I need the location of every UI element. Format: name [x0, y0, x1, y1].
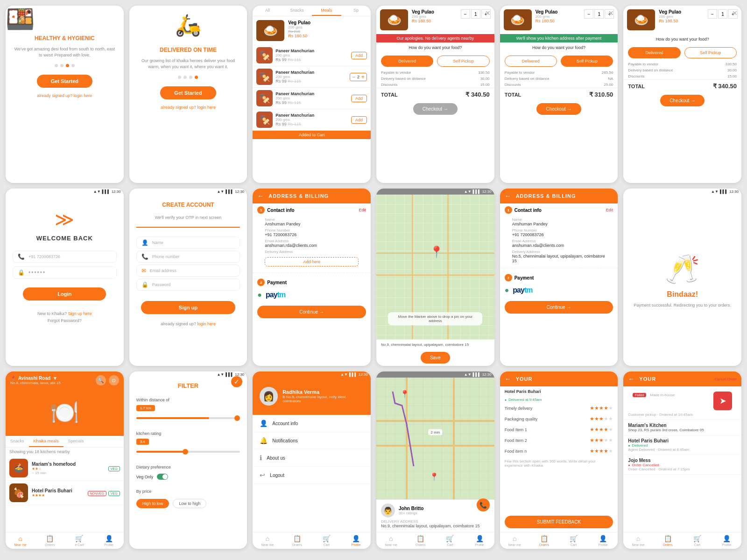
nav-orders[interactable]: 📋 Orders [282, 535, 312, 546]
get-started-button[interactable]: Get Started [160, 86, 216, 99]
low-to-high-btn[interactable]: Low to high [173, 499, 206, 508]
phone-input[interactable]: 📞 +91 7200083726 [13, 251, 117, 263]
map-view[interactable]: 📍 Move the Marker above to drop a pin on… [376, 195, 494, 339]
close-icon[interactable]: ✕ [608, 9, 614, 17]
nav-profile[interactable]: 👤 Profile [341, 535, 371, 546]
nav-profile[interactable]: 👤 Profile [588, 535, 618, 546]
phone-input[interactable]: 📞 Phone number [136, 251, 240, 263]
tab-specials[interactable]: Sp [341, 6, 371, 16]
navigate-button[interactable]: ➤ [713, 392, 732, 410]
nav-orders[interactable]: 📋 Orders [406, 535, 435, 546]
back-arrow-icon[interactable]: ← [505, 192, 511, 200]
nav-cart[interactable]: 🛒 Cart [435, 535, 465, 546]
self-pickup-btn[interactable]: Self Pickup [684, 47, 737, 58]
forgot-password-link[interactable]: Forgot Password? [48, 318, 82, 323]
login-link[interactable]: login here [197, 322, 216, 326]
nav-profile[interactable]: 👤 Profile [94, 535, 124, 546]
save-button[interactable]: Save [421, 352, 450, 364]
rating-slider[interactable] [136, 451, 240, 453]
password-input[interactable]: 🔒 Password [136, 279, 240, 291]
driver-details: John Britto 30+ ratings [399, 506, 423, 515]
qty-minus-btn[interactable]: − [461, 9, 470, 19]
email-input[interactable]: ✉ Email address [136, 265, 240, 277]
distance-slider-thumb[interactable] [234, 415, 240, 421]
payment-green-dot: ● [257, 291, 262, 299]
self-pickup-btn[interactable]: Self Pickup [561, 56, 613, 67]
qty-control-2[interactable]: − 2 + [350, 73, 367, 81]
call-icon[interactable]: 📞 [477, 498, 490, 511]
nav-profile[interactable]: 👤 Profile [465, 535, 494, 546]
search-button[interactable]: 🔍 [96, 375, 106, 385]
kitchen-card-2: 🍖 Hotel Paris Buhari ★★★★ NONVEG VEG [6, 481, 124, 505]
add-button-4[interactable]: Add [351, 116, 367, 124]
tab-snacks[interactable]: Snacks [282, 6, 312, 16]
close-icon[interactable]: ✕ [485, 9, 491, 17]
nav-profile[interactable]: 👤 Profile [712, 535, 741, 546]
tab-khaika-meals[interactable]: Khaika meals [29, 436, 63, 447]
filter-button[interactable]: ⊙ [109, 375, 119, 385]
get-started-button[interactable]: Get Started [37, 75, 92, 88]
qty-minus-btn[interactable]: − [708, 9, 717, 19]
nav-cart[interactable]: 🛒 Cart [559, 535, 588, 546]
orders-icon: 📋 [664, 535, 672, 542]
veg-only-toggle[interactable] [157, 474, 168, 480]
add-button-1[interactable]: Add [351, 52, 367, 59]
cancel-order-button[interactable]: Cancel Order [714, 377, 737, 381]
delivered-btn[interactable]: Delivered [381, 56, 433, 67]
qty-plus[interactable]: + [361, 74, 365, 80]
login-link-text[interactable]: login here [197, 105, 216, 110]
checkout-button[interactable]: Checkout → [536, 103, 581, 115]
menu-account-info[interactable]: 👤 Account info [253, 415, 371, 432]
login-link-text[interactable]: login here [74, 93, 92, 98]
submit-feedback-button[interactable]: SUBMIT FEEDBACK [505, 516, 613, 528]
add-button-3[interactable]: Add [351, 95, 367, 102]
edit-button[interactable]: Edit [359, 208, 366, 212]
close-icon[interactable]: ✕ [732, 9, 738, 17]
tab-specials[interactable]: Specials [63, 436, 89, 447]
back-arrow-icon[interactable]: ← [628, 375, 634, 383]
nav-cart[interactable]: 🛒 e Cart [64, 535, 94, 546]
delivered-btn[interactable]: Delivered [628, 47, 680, 58]
nav-cart[interactable]: 🛒 Cart [312, 535, 341, 546]
continue-button[interactable]: Continue → [505, 301, 613, 314]
signup-button[interactable]: Sign up [141, 301, 235, 314]
nav-near-me[interactable]: ⌂ Near me [500, 535, 529, 546]
continue-button[interactable]: Continue → [257, 306, 366, 318]
tab-all[interactable]: All [253, 6, 282, 16]
tab-meals[interactable]: Meals [312, 6, 341, 16]
nav-orders[interactable]: 📋 Orders [35, 535, 64, 546]
menu-logout[interactable]: ↩ Logout [253, 467, 371, 484]
step2-header: 2 Payment [253, 277, 371, 288]
call-float-button[interactable]: 📞 [477, 498, 490, 511]
name-input[interactable]: 👤 Name [136, 237, 240, 249]
add-address-button[interactable]: Add here [265, 257, 359, 266]
nav-near-me[interactable]: ⌂ Near me [376, 535, 406, 546]
your-title: YOUR [516, 376, 533, 382]
nav-cart[interactable]: 🛒 Cart [683, 535, 712, 546]
nav-orders[interactable]: 📋 Orders [529, 535, 559, 546]
menu-about-us[interactable]: ℹ About us [253, 449, 371, 467]
kitchen-name-1: Mariam's homefood [32, 462, 105, 467]
orders-icon: 📋 [540, 535, 548, 542]
login-button[interactable]: Login [23, 287, 106, 301]
signup-link[interactable]: Sign up here [68, 311, 92, 316]
rating-slider-thumb[interactable] [183, 449, 188, 455]
checkout-button[interactable]: Checkout → [413, 103, 458, 115]
delivered-btn[interactable]: Delivered [505, 56, 557, 67]
back-arrow-icon[interactable]: ← [505, 375, 511, 383]
password-input[interactable]: 🔒 •••••• [13, 266, 117, 279]
distance-slider[interactable] [136, 417, 240, 419]
back-arrow-icon[interactable]: ← [257, 192, 264, 200]
qty-minus[interactable]: − [352, 74, 355, 80]
nav-near-me[interactable]: ⌂ Near me [623, 535, 653, 546]
nav-orders[interactable]: 📋 Orders [653, 535, 683, 546]
menu-notifications[interactable]: 🔔 Notifications [253, 432, 371, 449]
checkout-button[interactable]: Checkout → [660, 95, 705, 106]
tab-snacks[interactable]: Snacks [6, 436, 29, 447]
nav-near-me[interactable]: ⌂ Near me [6, 535, 35, 546]
high-to-low-btn[interactable]: High to low [136, 499, 169, 508]
qty-minus-btn[interactable]: − [584, 9, 593, 19]
nav-near-me[interactable]: ⌂ Near me [253, 535, 282, 546]
edit-button[interactable]: Edit [606, 208, 613, 212]
self-pickup-btn[interactable]: Self Pickup [437, 56, 489, 67]
